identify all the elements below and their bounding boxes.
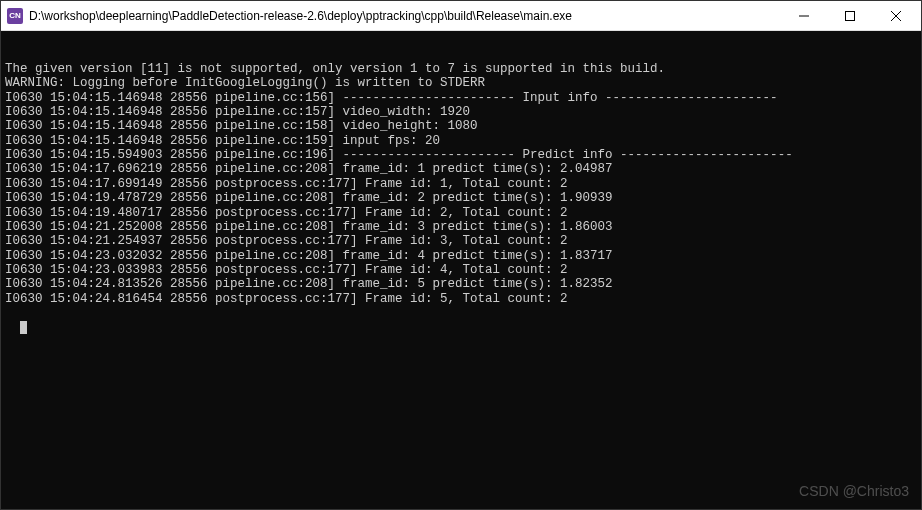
minimize-icon <box>799 11 809 21</box>
terminal-line: I0630 15:04:15.146948 28556 pipeline.cc:… <box>5 134 917 148</box>
close-button[interactable] <box>873 1 919 31</box>
terminal-line: WARNING: Logging before InitGoogleLoggin… <box>5 76 917 90</box>
terminal-line: I0630 15:04:15.146948 28556 pipeline.cc:… <box>5 119 917 133</box>
terminal-line: I0630 15:04:24.813526 28556 pipeline.cc:… <box>5 277 917 291</box>
terminal-line: I0630 15:04:19.478729 28556 pipeline.cc:… <box>5 191 917 205</box>
window-controls <box>781 1 919 31</box>
terminal-line: I0630 15:04:21.252008 28556 pipeline.cc:… <box>5 220 917 234</box>
close-icon <box>891 11 901 21</box>
terminal-cursor <box>20 321 27 334</box>
terminal-line: I0630 15:04:15.594903 28556 pipeline.cc:… <box>5 148 917 162</box>
terminal-line: I0630 15:04:23.033983 28556 postprocess.… <box>5 263 917 277</box>
watermark: CSDN @Christo3 <box>799 483 909 499</box>
maximize-icon <box>845 11 855 21</box>
window-title: D:\workshop\deeplearning\PaddleDetection… <box>29 9 781 23</box>
terminal-lines: The given version [11] is not supported,… <box>5 62 917 306</box>
terminal-line: I0630 15:04:15.146948 28556 pipeline.cc:… <box>5 91 917 105</box>
terminal-line: The given version [11] is not supported,… <box>5 62 917 76</box>
terminal-line: I0630 15:04:21.254937 28556 postprocess.… <box>5 234 917 248</box>
terminal-line: I0630 15:04:23.032032 28556 pipeline.cc:… <box>5 249 917 263</box>
app-icon: CN <box>7 8 23 24</box>
terminal-line: I0630 15:04:24.816454 28556 postprocess.… <box>5 292 917 306</box>
minimize-button[interactable] <box>781 1 827 31</box>
terminal-line: I0630 15:04:19.480717 28556 postprocess.… <box>5 206 917 220</box>
terminal-line: I0630 15:04:17.699149 28556 postprocess.… <box>5 177 917 191</box>
terminal-line: I0630 15:04:17.696219 28556 pipeline.cc:… <box>5 162 917 176</box>
terminal-line: I0630 15:04:15.146948 28556 pipeline.cc:… <box>5 105 917 119</box>
titlebar[interactable]: CN D:\workshop\deeplearning\PaddleDetect… <box>1 1 921 31</box>
terminal-output[interactable]: The given version [11] is not supported,… <box>1 31 921 509</box>
svg-rect-1 <box>846 11 855 20</box>
maximize-button[interactable] <box>827 1 873 31</box>
